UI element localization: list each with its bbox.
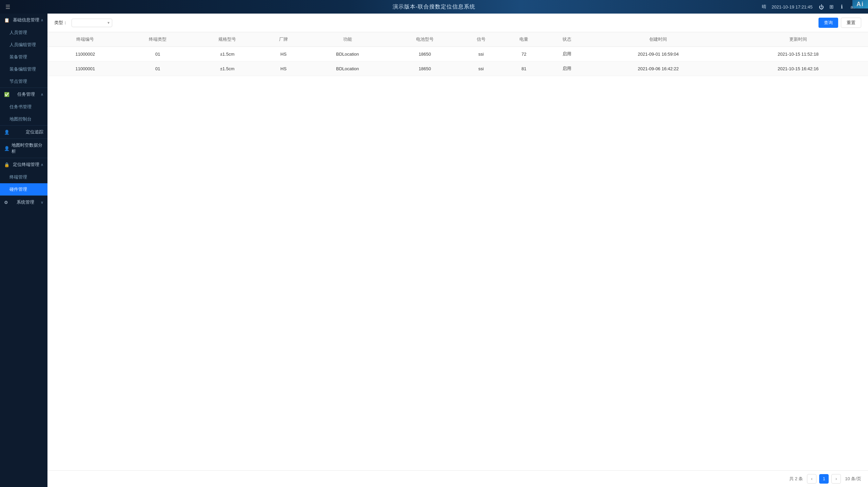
sidebar-item-map-control[interactable]: 地图控制台 (0, 113, 47, 125)
header-right: 晴 2021-10-19 17:21:45 ⏻ ⊞ ℹ admin (762, 3, 863, 10)
terminal-arrow: ∧ (41, 163, 43, 167)
weather-label: 晴 (762, 4, 766, 10)
sidebar-item-terminal[interactable]: 终端管理 (0, 171, 47, 183)
personnel-label: 人员管理 (9, 30, 27, 35)
equipment-group-label: 装备编组管理 (9, 67, 36, 72)
col-updated: 更新时间 (728, 32, 868, 47)
col-terminal-type: 终端类型 (123, 32, 193, 47)
row-1-col-0: 11000001 (47, 61, 123, 76)
sidebar-item-personnel[interactable]: 人员管理 (0, 26, 47, 39)
row-0-col-9: 2021-09-01 16:59:04 (588, 47, 728, 61)
system-icon: ⚙ (4, 200, 8, 205)
task-arrow: ∧ (41, 92, 43, 97)
power-icon[interactable]: ⏻ (818, 3, 825, 10)
terminal-mgmt-label: 终端管理 (9, 174, 27, 180)
row-1-col-6: ssi (459, 61, 502, 76)
system-label: 系统管理 (17, 199, 34, 205)
spacetime-icon: 👤 (4, 146, 9, 151)
info-icon[interactable]: ℹ (839, 3, 845, 10)
table-row: 1100000101±1.5cmHSBDLocation18650ssi81启用… (47, 61, 868, 76)
reset-button[interactable]: 重置 (841, 18, 861, 28)
task-label: 任务管理 (17, 91, 35, 97)
header: ☰ 演示版本-联合搜数定位信息系统 晴 2021-10-19 17:21:45 … (0, 0, 868, 14)
ai-badge: Ai (852, 0, 868, 8)
pagination-size: 10 条/页 (845, 476, 861, 482)
node-label: 节点管理 (9, 79, 27, 84)
sidebar-item-task-book[interactable]: 任务书管理 (0, 101, 47, 113)
row-0-col-8: 启用 (546, 47, 589, 61)
row-1-col-1: 01 (123, 61, 193, 76)
col-battery-model: 电池型号 (390, 32, 459, 47)
row-1-col-8: 启用 (546, 61, 589, 76)
row-0-col-5: 18650 (390, 47, 459, 61)
col-power: 电量 (502, 32, 546, 47)
display-icon[interactable]: ⊞ (828, 3, 835, 10)
row-1-col-10: 2021-10-15 16:42:16 (728, 61, 868, 76)
sidebar-group-header-task[interactable]: ✅ 任务管理 ∧ (0, 88, 47, 101)
row-0-col-6: ssi (459, 47, 502, 61)
system-arrow: ∨ (41, 200, 43, 205)
row-0-col-10: 2021-10-15 11:52:18 (728, 47, 868, 61)
sidebar-group-header-location[interactable]: 👤 定位追踪 (0, 126, 47, 138)
content: 类型： 查询 重置 终端编号 终端类型 规格型号 厂牌 (47, 14, 868, 487)
type-select-wrapper[interactable] (72, 19, 112, 27)
hardware-label: 碰件管理 (9, 187, 27, 192)
basic-info-icon: 📋 (4, 18, 9, 23)
row-0-col-4: BDLocation (305, 47, 390, 61)
col-signal: 信号 (459, 32, 502, 47)
filter-actions: 查询 重置 (818, 18, 861, 28)
task-book-label: 任务书管理 (9, 104, 32, 109)
row-0-col-7: 72 (502, 47, 546, 61)
spacetime-label: 地图时空数据分析 (12, 142, 43, 154)
row-1-col-9: 2021-09-06 16:42:22 (588, 61, 728, 76)
pagination-total: 共 2 条 (789, 476, 803, 482)
pagination-page-1[interactable]: 1 (819, 474, 829, 484)
sidebar-group-header-basic-info[interactable]: 📋 基础信息管理 ∧ (0, 14, 47, 26)
datetime-label: 2021-10-19 17:21:45 (772, 4, 813, 10)
sidebar-item-personnel-group[interactable]: 人员编组管理 (0, 39, 47, 51)
sidebar-group-terminal: 🔒 定位终端管理 ∧ 终端管理 碰件管理 (0, 158, 47, 195)
header-left: ☰ (5, 4, 10, 10)
table-header-row: 终端编号 终端类型 规格型号 厂牌 功能 电池型号 信号 电量 状态 创建时间 … (47, 32, 868, 47)
col-terminal-id: 终端编号 (47, 32, 123, 47)
pagination-next[interactable]: › (831, 474, 841, 484)
terminal-icon: 🔒 (4, 162, 9, 167)
sidebar-item-hardware[interactable]: 碰件管理 (0, 183, 47, 195)
sidebar-group-header-spacetime[interactable]: 👤 地图时空数据分析 (0, 139, 47, 158)
task-icon: ✅ (4, 92, 9, 97)
header-icons: ⏻ ⊞ ℹ (818, 3, 845, 10)
row-1-col-4: BDLocation (305, 61, 390, 76)
row-1-col-5: 18650 (390, 61, 459, 76)
location-icon: 👤 (4, 130, 9, 135)
row-1-col-2: ±1.5cm (193, 61, 262, 76)
row-0-col-2: ±1.5cm (193, 47, 262, 61)
row-1-col-7: 81 (502, 61, 546, 76)
sidebar-group-header-system[interactable]: ⚙ 系统管理 ∨ (0, 196, 47, 209)
data-table: 终端编号 终端类型 规格型号 厂牌 功能 电池型号 信号 电量 状态 创建时间 … (47, 32, 868, 76)
location-label: 定位追踪 (26, 129, 43, 135)
type-select[interactable] (72, 19, 112, 27)
row-0-col-1: 01 (123, 47, 193, 61)
sidebar-group-spacetime: 👤 地图时空数据分析 (0, 139, 47, 158)
search-button[interactable]: 查询 (818, 18, 838, 28)
sidebar-item-equipment-group[interactable]: 装备编组管理 (0, 63, 47, 75)
sidebar-group-basic-info: 📋 基础信息管理 ∧ 人员管理 人员编组管理 装备管理 装备编组管理 节点管理 (0, 14, 47, 88)
type-filter-label: 类型： (54, 20, 67, 26)
sidebar-item-equipment[interactable]: 装备管理 (0, 51, 47, 63)
row-0-col-0: 11000002 (47, 47, 123, 61)
sidebar-group-header-terminal[interactable]: 🔒 定位终端管理 ∧ (0, 158, 47, 171)
filter-bar: 类型： 查询 重置 (47, 14, 868, 32)
main-layout: 📋 基础信息管理 ∧ 人员管理 人员编组管理 装备管理 装备编组管理 节点管理 (0, 14, 868, 487)
sidebar-item-node[interactable]: 节点管理 (0, 75, 47, 88)
col-status: 状态 (546, 32, 589, 47)
col-spec: 规格型号 (193, 32, 262, 47)
table-area: 终端编号 终端类型 规格型号 厂牌 功能 电池型号 信号 电量 状态 创建时间 … (47, 32, 868, 470)
col-created: 创建时间 (588, 32, 728, 47)
col-function: 功能 (305, 32, 390, 47)
sidebar-group-location: 👤 定位追踪 (0, 126, 47, 138)
menu-icon[interactable]: ☰ (5, 4, 10, 10)
map-control-label: 地图控制台 (9, 116, 32, 121)
sidebar: 📋 基础信息管理 ∧ 人员管理 人员编组管理 装备管理 装备编组管理 节点管理 (0, 14, 47, 487)
terminal-label: 定位终端管理 (13, 162, 39, 168)
pagination-prev[interactable]: ‹ (807, 474, 816, 484)
